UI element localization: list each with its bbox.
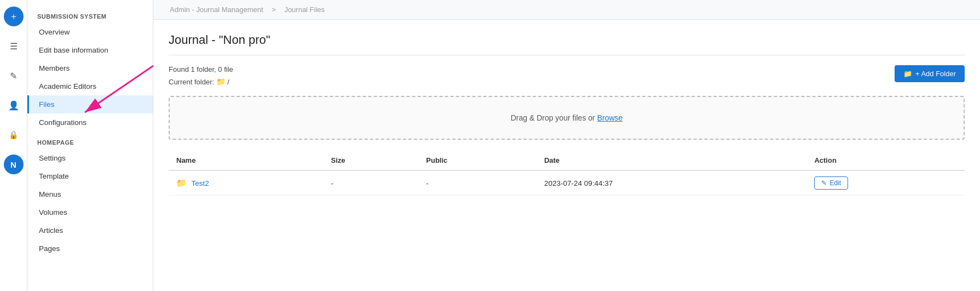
breadcrumb-separator: > — [272, 5, 276, 14]
sidebar-item-academic-editors[interactable]: Academic Editors — [27, 77, 153, 95]
sidebar-item-label: Pages — [39, 244, 60, 253]
folder-link[interactable]: Test2 — [192, 179, 209, 187]
row-public: - — [418, 170, 537, 196]
row-name: 📁 Test2 — [169, 170, 324, 196]
sidebar-item-label: Menus — [39, 190, 61, 198]
breadcrumb-current: Journal Files — [284, 5, 325, 14]
drop-zone[interactable]: Drag & Drop your files or Browse — [169, 96, 965, 140]
sidebar-item-label: Configurations — [39, 118, 87, 127]
homepage-section-title: HOMEPAGE — [27, 132, 153, 149]
sidebar-item-label: Files — [39, 100, 55, 109]
sidebar-item-label: Edit base information — [39, 46, 108, 54]
main-content: Admin - Journal Management > Journal Fil… — [153, 0, 980, 291]
folder-icon: 📁 — [176, 178, 187, 187]
sidebar-item-overview[interactable]: Overview — [27, 23, 153, 41]
edit-icon: ✎ — [821, 179, 827, 187]
sidebar-item-label: Articles — [39, 226, 63, 235]
sidebar-item-members[interactable]: Members — [27, 59, 153, 77]
col-date: Date — [537, 151, 806, 170]
add-folder-icon: 📁 — [903, 70, 912, 78]
page-title: Journal - "Non pro" — [169, 33, 965, 55]
sidebar-item-articles[interactable]: Articles — [27, 221, 153, 239]
sidebar-item-menus[interactable]: Menus — [27, 185, 153, 203]
row-action: ✎ Edit — [806, 170, 965, 196]
sidebar-item-label: Academic Editors — [39, 82, 96, 90]
content-area: Journal - "Non pro" Found 1 folder, 0 fi… — [153, 20, 980, 291]
submission-section-title: SUBMISSION SYSTEM — [27, 5, 153, 23]
row-date: 2023-07-24 09:44:37 — [537, 170, 806, 196]
sidebar-item-label: Members — [39, 64, 70, 72]
sidebar-item-label: Settings — [39, 154, 66, 162]
col-name: Name — [169, 151, 324, 170]
edit-icon[interactable]: ✎ — [4, 66, 24, 85]
person-icon[interactable]: 👤 — [4, 95, 24, 115]
col-size: Size — [324, 151, 419, 170]
sidebar: SUBMISSION SYSTEM Overview Edit base inf… — [27, 0, 153, 291]
sidebar-item-settings[interactable]: Settings — [27, 149, 153, 167]
sidebar-item-pages[interactable]: Pages — [27, 239, 153, 258]
sidebar-item-label: Overview — [39, 28, 70, 36]
table-row: 📁 Test2 - - 2023-07-24 09:44:37 ✎ Edit — [169, 170, 965, 196]
sidebar-item-volumes[interactable]: Volumes — [27, 203, 153, 221]
add-folder-button[interactable]: 📁 + Add Folder — [895, 65, 965, 82]
edit-label: Edit — [829, 179, 841, 187]
file-meta: Found 1 folder, 0 file Current folder: 📁… — [169, 65, 233, 88]
lock-icon[interactable]: 🔒 — [4, 125, 24, 145]
plus-icon[interactable]: ＋ — [4, 7, 24, 26]
edit-button[interactable]: ✎ Edit — [814, 176, 848, 190]
current-folder: Current folder: 📁 / — [169, 77, 233, 86]
drop-zone-text: Drag & Drop your files or — [511, 113, 597, 122]
toolbar-row: Found 1 folder, 0 file Current folder: 📁… — [169, 65, 965, 88]
sidebar-item-label: Volumes — [39, 208, 67, 216]
sidebar-item-configurations[interactable]: Configurations — [27, 113, 153, 132]
file-table: Name Size Public Date Action 📁 Test2 - -… — [169, 151, 965, 196]
row-size: - — [324, 170, 419, 196]
add-folder-label: + Add Folder — [915, 70, 956, 78]
col-action: Action — [806, 151, 965, 170]
list-icon[interactable]: ☰ — [4, 36, 24, 56]
breadcrumb-admin: Admin - Journal Management — [170, 5, 263, 14]
sidebar-item-label: Template — [39, 172, 69, 180]
table-header-row: Name Size Public Date Action — [169, 151, 965, 170]
browse-link[interactable]: Browse — [597, 113, 623, 122]
icon-strip: ＋ ☰ ✎ 👤 🔒 N — [0, 0, 27, 291]
sidebar-item-edit-base[interactable]: Edit base information — [27, 41, 153, 59]
col-public: Public — [418, 151, 537, 170]
sidebar-item-files[interactable]: Files — [27, 95, 153, 113]
file-summary: Found 1 folder, 0 file — [169, 65, 233, 73]
breadcrumb: Admin - Journal Management > Journal Fil… — [153, 0, 980, 20]
sidebar-item-template[interactable]: Template — [27, 167, 153, 185]
avatar-icon[interactable]: N — [4, 155, 24, 174]
